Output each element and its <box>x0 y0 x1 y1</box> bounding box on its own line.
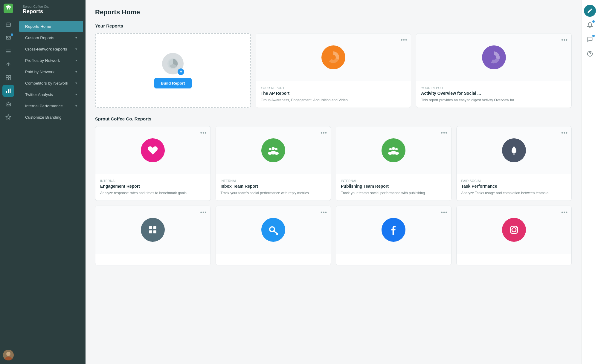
sidebar-item-label: Profiles by Network <box>25 58 60 63</box>
svg-point-29 <box>395 152 399 155</box>
feedback-icon[interactable] <box>584 33 596 45</box>
sidebar-item-reports-home[interactable]: Reports Home <box>19 21 83 32</box>
build-report-card[interactable]: + Build Report <box>95 33 251 108</box>
svg-point-15 <box>331 55 336 60</box>
svg-point-22 <box>268 152 272 155</box>
sprout-reports-row2: ••• ••• <box>95 206 572 265</box>
card-menu-button[interactable]: ••• <box>561 37 568 43</box>
card-name: Engagement Report <box>100 184 206 189</box>
sidebar-item-label: Reports Home <box>25 24 51 29</box>
card-body <box>216 254 331 265</box>
help-icon[interactable] <box>584 48 596 60</box>
card-body: Internal Engagement Report Analyze respo… <box>95 174 210 201</box>
svg-rect-4 <box>6 78 8 80</box>
report-card-facebook[interactable]: ••• <box>336 206 451 265</box>
card-icon-area: ••• <box>95 206 210 254</box>
sidebar-item-internal-performance[interactable]: Internal Performance ▾ <box>19 100 83 111</box>
card-name: Publishing Team Report <box>341 184 446 189</box>
notification-icon[interactable] <box>584 19 596 31</box>
card-desc: Group Awareness, Engagement, Acquisition… <box>261 97 406 103</box>
sidebar-item-label: Twitter Analysis <box>25 92 53 97</box>
compose-button[interactable] <box>584 5 596 17</box>
report-icon <box>382 138 405 162</box>
sidebar-item-profiles-by-network[interactable]: Profiles by Network ▾ <box>19 55 83 66</box>
nav-tasks-icon[interactable] <box>2 72 14 84</box>
build-report-button[interactable]: Build Report <box>154 78 192 88</box>
card-menu-button[interactable]: ••• <box>441 130 448 136</box>
card-body: Your Report The AP Report Group Awarenes… <box>256 81 411 108</box>
card-menu-button[interactable]: ••• <box>321 209 327 216</box>
card-desc: Track your team's social performance wit… <box>341 190 446 196</box>
card-label: Internal <box>100 179 206 183</box>
page-title: Reports Home <box>95 8 572 16</box>
svg-point-20 <box>275 148 277 150</box>
svg-rect-32 <box>153 226 156 229</box>
build-plus-icon: + <box>178 68 184 75</box>
sidebar-item-twitter-analysis[interactable]: Twitter Analysis ▾ <box>19 89 83 100</box>
report-card-activity-overview[interactable]: ••• Your Report Activity Overview for So… <box>416 33 572 108</box>
card-body <box>336 254 451 265</box>
nav-bots-icon[interactable] <box>2 98 14 110</box>
card-icon-area: ••• <box>216 126 331 174</box>
svg-point-26 <box>395 148 398 150</box>
card-menu-button[interactable]: ••• <box>561 130 568 136</box>
svg-rect-31 <box>149 226 152 229</box>
card-menu-button[interactable]: ••• <box>401 37 407 43</box>
sidebar-item-custom-reports[interactable]: Custom Reports ▾ <box>19 32 83 43</box>
svg-rect-3 <box>9 76 11 78</box>
card-menu-button[interactable]: ••• <box>321 130 327 136</box>
card-body: Internal Inbox Team Report Track your te… <box>216 174 331 201</box>
nav-inbox-icon[interactable] <box>2 32 14 44</box>
sidebar-header: Sprout Coffee Co. Reports <box>17 0 86 21</box>
report-card-key[interactable]: ••• <box>216 206 331 265</box>
chevron-icon: ▾ <box>75 36 77 40</box>
report-card-task-performance[interactable]: ••• Paid Social Task Performance Analyze… <box>456 126 572 201</box>
sidebar-item-competitors-by-network[interactable]: Competitors by Network ▾ <box>19 78 83 89</box>
nav-feed-icon[interactable] <box>2 45 14 57</box>
chevron-icon: ▾ <box>75 59 77 62</box>
card-label: Your Report <box>261 86 406 90</box>
sidebar-item-customize-branding[interactable]: Customize Branding <box>19 112 83 123</box>
chevron-icon: ▾ <box>75 104 77 108</box>
card-name: Task Performance <box>461 184 567 189</box>
svg-line-36 <box>274 231 277 234</box>
card-icon-area: ••• <box>457 206 572 254</box>
your-reports-grid: + Build Report ••• Your Report The <box>95 33 572 108</box>
sidebar-nav: Reports Home Custom Reports ▾ Cross-Netw… <box>17 21 86 364</box>
nav-publishing-icon[interactable] <box>2 59 14 71</box>
report-card-engagement[interactable]: ••• Internal Engagement Report Analyze r… <box>95 126 211 201</box>
svg-point-23 <box>274 152 279 155</box>
report-icon <box>141 138 165 162</box>
card-icon-area: ••• <box>457 126 572 174</box>
card-icon-area: ••• <box>336 206 451 254</box>
nav-compose-icon[interactable] <box>2 19 14 31</box>
chevron-icon: ▾ <box>75 47 77 51</box>
card-icon-area: ••• <box>95 126 210 174</box>
card-label: Internal <box>221 179 326 183</box>
card-menu-button[interactable]: ••• <box>200 209 207 216</box>
nav-reports-icon[interactable] <box>2 85 14 97</box>
user-avatar[interactable] <box>3 350 14 360</box>
report-icon <box>141 218 165 242</box>
svg-point-24 <box>392 147 395 150</box>
card-menu-button[interactable]: ••• <box>561 209 568 216</box>
right-icon-rail <box>581 0 598 364</box>
sidebar-item-paid-by-network[interactable]: Paid by Network ▾ <box>19 66 83 77</box>
svg-point-19 <box>269 148 271 150</box>
report-card-calculator[interactable]: ••• <box>95 206 211 265</box>
company-name: Sprout Coffee Co. <box>23 5 80 8</box>
sprout-logo[interactable] <box>4 4 13 14</box>
main-content: Reports Home Your Reports + Build Report <box>86 0 581 364</box>
nav-star-icon[interactable] <box>2 111 14 123</box>
report-card-inbox-team[interactable]: ••• Internal Inbox Team Report Track you… <box>216 126 331 201</box>
report-card-instagram[interactable]: ••• <box>456 206 572 265</box>
report-icon <box>482 45 506 69</box>
report-card-publishing-team[interactable]: ••• Internal Publishing Team Report Trac… <box>336 126 451 201</box>
report-icon <box>321 45 345 69</box>
card-label: Your Report <box>421 86 567 90</box>
card-menu-button[interactable]: ••• <box>441 209 448 216</box>
sidebar-item-cross-network[interactable]: Cross-Network Reports ▾ <box>19 44 83 55</box>
card-menu-button[interactable]: ••• <box>200 130 207 136</box>
svg-point-28 <box>388 152 392 155</box>
report-card-ap[interactable]: ••• Your Report The AP Report Group Awar… <box>256 33 411 108</box>
